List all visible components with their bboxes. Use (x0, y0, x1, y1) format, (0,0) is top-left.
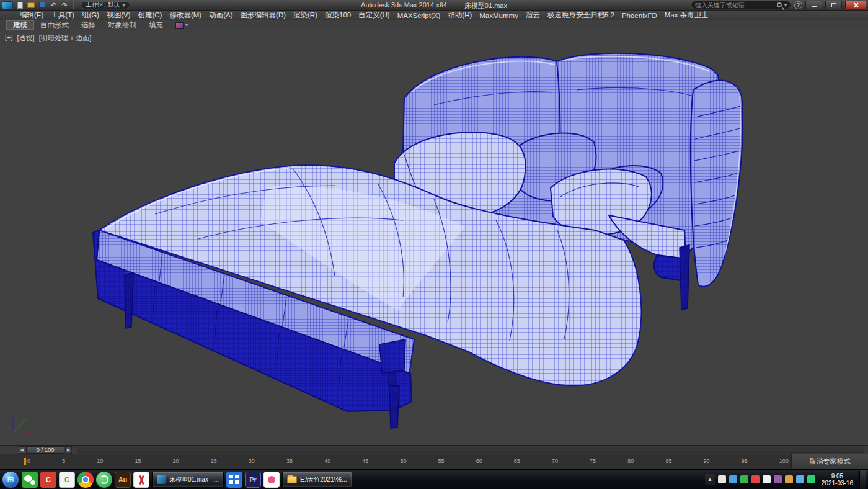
red-c-app-icon[interactable]: C (40, 472, 56, 488)
tray-icon-2[interactable] (729, 475, 737, 483)
taskbar-window-button-max[interactable]: 床模型01.max - ... (152, 472, 224, 487)
tray-icon-8[interactable] (796, 475, 804, 483)
tray-icon-9[interactable] (807, 475, 815, 483)
timeline-tick-label: 55 (438, 458, 445, 464)
menu-item[interactable]: 工具(T) (47, 11, 78, 20)
menu-item[interactable]: 渲染100 (321, 11, 355, 20)
redo-icon[interactable]: ↷ (60, 1, 69, 9)
timeline-tick-label: 85 (665, 458, 671, 464)
chevron-down-icon[interactable]: ▾ (185, 22, 188, 28)
menu-item[interactable]: 创建(C) (134, 11, 166, 20)
menu-item[interactable]: 极速瘦身安全归档5.2 (544, 11, 618, 20)
viewport-pov-menu[interactable]: [透视] (17, 34, 35, 43)
ribbon-tab[interactable]: 选择 (75, 20, 102, 30)
timeline-tick-label: 45 (362, 458, 368, 464)
teal-c-app-icon[interactable]: C (59, 472, 75, 488)
menu-item[interactable]: 图形编辑器(D) (237, 11, 290, 20)
tray-icon-6[interactable] (774, 475, 782, 483)
toolbar-separator (73, 1, 74, 9)
window-button-label: 床模型01.max - ... (169, 475, 219, 484)
timeline-tick-label: 65 (514, 458, 520, 464)
application-menu-button[interactable] (2, 1, 13, 9)
ribbon-gradient-swatch-icon[interactable] (175, 22, 184, 29)
blue-tiles-app-icon[interactable] (226, 472, 242, 488)
help-icon[interactable]: ? (794, 1, 802, 9)
menu-item[interactable]: MaxMummy (476, 12, 522, 19)
menu-item[interactable]: 动画(A) (205, 11, 236, 20)
new-file-icon[interactable] (16, 1, 24, 9)
menu-item[interactable]: MAXScript(X) (394, 12, 445, 19)
tray-icon-4[interactable] (751, 475, 760, 483)
app-letter: Pr (249, 476, 257, 483)
tray-icon-1[interactable] (718, 475, 726, 483)
workspace-selector[interactable]: 工作区: 默认 ▾ (81, 1, 130, 9)
window-button-label: E:\天竹2021\张... (300, 475, 347, 484)
timeline-tick-label: 35 (286, 458, 293, 464)
green-browser-icon[interactable] (96, 472, 112, 488)
menu-item[interactable]: 修改器(M) (166, 11, 205, 20)
clock-time: 9:05 (822, 473, 853, 480)
tray-chevron-icon[interactable]: ▲ (705, 474, 715, 485)
tray-icon-7[interactable] (785, 475, 793, 483)
menu-item[interactable]: 渲云 (522, 11, 544, 20)
premiere-icon[interactable]: Pr (245, 472, 261, 488)
chat-app-icon[interactable] (22, 472, 38, 488)
ribbon-tab[interactable]: 填充 (143, 20, 169, 30)
menu-item[interactable]: 组(G) (78, 11, 103, 20)
menu-item[interactable]: 渲染(R) (290, 11, 321, 20)
open-file-icon[interactable] (27, 1, 35, 9)
menu-item[interactable]: 自定义(U) (355, 11, 393, 20)
viewport[interactable]: [+] [透视] [明暗处理 + 边面] (0, 30, 868, 445)
taskbar-clock[interactable]: 9:05 2021-03-16 (822, 473, 853, 487)
taskbar-window-button-explorer[interactable]: E:\天竹2021\张... (282, 472, 352, 487)
ribbon-tabs: 建模自由形式选择对象绘制填充 (6, 20, 169, 30)
search-options-caret-icon[interactable]: ▾ (784, 2, 787, 8)
menu-item[interactable]: 帮助(H) (444, 11, 476, 20)
show-desktop-button[interactable] (859, 470, 866, 489)
app-letter: C (46, 476, 51, 483)
ribbon-tab[interactable]: 建模 (6, 20, 34, 30)
current-frame-marker[interactable] (24, 457, 27, 465)
time-slider-handle[interactable]: 0 / 100 (26, 446, 64, 454)
timeline-tick-label: 10 (97, 458, 103, 464)
ribbon-tab[interactable]: 自由形式 (34, 20, 75, 30)
infocenter-search: ▾ (691, 1, 791, 9)
maximize-button[interactable] (825, 1, 842, 9)
minimize-button[interactable] (805, 1, 822, 9)
timeline-tick-label: 80 (627, 458, 634, 464)
track-bar-ruler: 0510152025303540455055606570758085909510… (27, 458, 789, 464)
ribbon-tab[interactable]: 对象绘制 (102, 20, 143, 30)
next-frame-button[interactable]: ▶ (65, 446, 72, 454)
menu-item[interactable]: PhoenixFD (618, 12, 661, 19)
folder-icon (287, 476, 297, 483)
audition-icon[interactable]: Au (115, 472, 131, 488)
quick-access-toolbar: ↶ ↷ (2, 1, 76, 9)
timeline-tick-label: 15 (135, 458, 141, 464)
menu-item[interactable]: 编辑(E) (16, 11, 47, 20)
app-letter: C (64, 476, 69, 483)
viewport-general-menu[interactable]: [+] (5, 34, 13, 43)
expert-mode-button[interactable]: 取消专家模式 (791, 454, 868, 469)
menu-item[interactable]: 视图(V) (103, 11, 134, 20)
expert-mode-label: 取消专家模式 (810, 457, 851, 466)
chrome-icon[interactable] (78, 472, 94, 488)
previous-frame-button[interactable]: ◀ (19, 446, 25, 454)
titlebar-right-cluster: ▾ ? (691, 1, 866, 9)
pink-app-icon[interactable] (264, 472, 280, 488)
save-icon[interactable] (38, 1, 46, 9)
red-character-app-icon[interactable] (133, 472, 149, 488)
timeline-tick-label: 75 (590, 458, 596, 464)
undo-icon[interactable]: ↶ (49, 1, 58, 9)
bed-wireframe-model[interactable] (0, 30, 868, 445)
search-input[interactable] (695, 2, 774, 9)
start-button[interactable]: ⊞ (2, 471, 19, 488)
tray-icon-3[interactable] (740, 475, 748, 483)
viewport-shading-menu[interactable]: [明暗处理 + 边面] (39, 34, 92, 43)
time-slider-track[interactable] (77, 447, 863, 453)
close-button[interactable] (845, 1, 866, 9)
time-slider-row: ◀ 0 / 100 ▶ (0, 445, 868, 454)
menu-item[interactable]: Max 杀毒卫士 (661, 11, 712, 20)
timeline-tick-label: 5 (62, 458, 65, 464)
tray-icon-5[interactable] (763, 475, 771, 483)
search-icon[interactable] (777, 2, 782, 7)
